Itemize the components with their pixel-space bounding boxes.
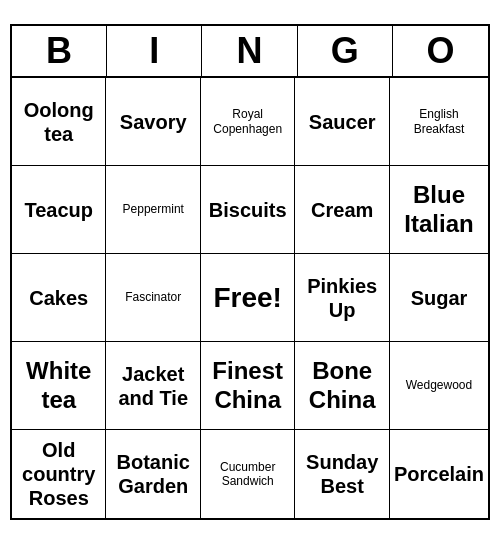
bingo-cell: Cream <box>295 166 390 254</box>
bingo-cell: Botanic Garden <box>106 430 200 518</box>
cell-label: Cakes <box>29 286 88 310</box>
header-letter: O <box>393 26 488 76</box>
header-letter: B <box>12 26 107 76</box>
bingo-cell: Fascinator <box>106 254 200 342</box>
bingo-cell: Sugar <box>390 254 488 342</box>
bingo-cell: English Breakfast <box>390 78 488 166</box>
cell-label: Old country Roses <box>16 438 101 510</box>
bingo-cell: Biscuits <box>201 166 295 254</box>
cell-label: Savory <box>120 110 187 134</box>
cell-label: Blue Italian <box>394 181 484 239</box>
bingo-cell: Teacup <box>12 166 106 254</box>
bingo-cell: Pinkies Up <box>295 254 390 342</box>
bingo-cell: White tea <box>12 342 106 430</box>
cell-label: Bone China <box>299 357 385 415</box>
bingo-cell: Old country Roses <box>12 430 106 518</box>
bingo-card: BINGO Oolong teaSavoryRoyal CopenhagenSa… <box>10 24 490 520</box>
bingo-cell: Sunday Best <box>295 430 390 518</box>
cell-label: Oolong tea <box>16 98 101 146</box>
bingo-grid: Oolong teaSavoryRoyal CopenhagenSaucerEn… <box>12 78 488 518</box>
bingo-cell: Savory <box>106 78 200 166</box>
cell-label: Cream <box>311 198 373 222</box>
cell-label: Wedgewood <box>406 378 473 392</box>
bingo-cell: Royal Copenhagen <box>201 78 295 166</box>
bingo-cell: Cucumber Sandwich <box>201 430 295 518</box>
bingo-cell: Wedgewood <box>390 342 488 430</box>
cell-label: Saucer <box>309 110 376 134</box>
bingo-cell: Cakes <box>12 254 106 342</box>
cell-label: Jacket and Tie <box>110 362 195 410</box>
cell-label: Free! <box>213 281 281 315</box>
bingo-cell: Peppermint <box>106 166 200 254</box>
cell-label: Finest China <box>205 357 290 415</box>
header-letter: N <box>202 26 297 76</box>
header-letter: I <box>107 26 202 76</box>
cell-label: Pinkies Up <box>299 274 385 322</box>
bingo-cell: Porcelain <box>390 430 488 518</box>
bingo-cell: Jacket and Tie <box>106 342 200 430</box>
bingo-cell: Free! <box>201 254 295 342</box>
bingo-cell: Bone China <box>295 342 390 430</box>
bingo-header: BINGO <box>12 26 488 78</box>
header-letter: G <box>298 26 393 76</box>
cell-label: Porcelain <box>394 462 484 486</box>
cell-label: Sugar <box>411 286 468 310</box>
cell-label: Teacup <box>24 198 93 222</box>
bingo-cell: Oolong tea <box>12 78 106 166</box>
cell-label: Biscuits <box>209 198 287 222</box>
bingo-cell: Finest China <box>201 342 295 430</box>
cell-label: Sunday Best <box>299 450 385 498</box>
cell-label: English Breakfast <box>394 107 484 136</box>
cell-label: White tea <box>16 357 101 415</box>
bingo-cell: Saucer <box>295 78 390 166</box>
bingo-cell: Blue Italian <box>390 166 488 254</box>
cell-label: Botanic Garden <box>110 450 195 498</box>
cell-label: Royal Copenhagen <box>205 107 290 136</box>
cell-label: Peppermint <box>123 202 184 216</box>
cell-label: Cucumber Sandwich <box>205 460 290 489</box>
cell-label: Fascinator <box>125 290 181 304</box>
